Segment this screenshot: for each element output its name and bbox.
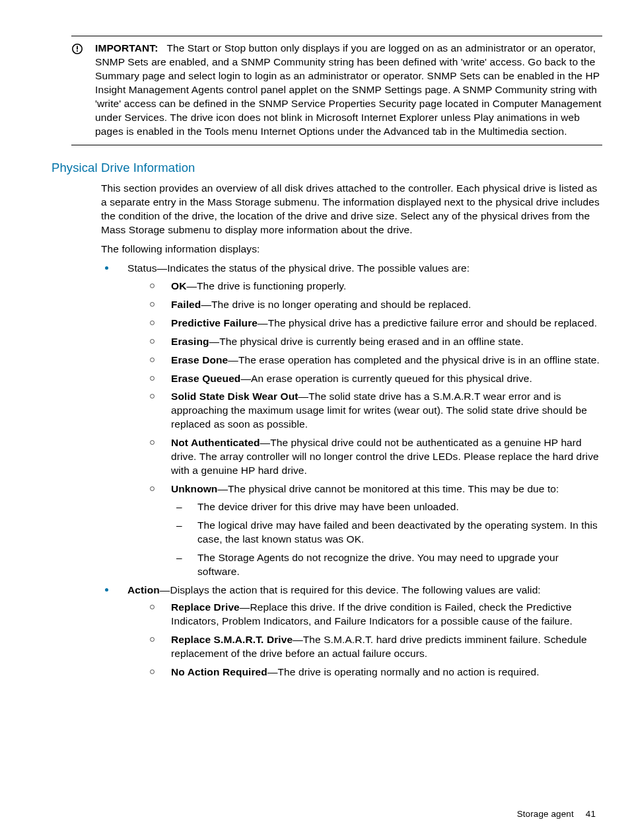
label: Erase Queued [171,373,240,384]
label: Solid State Disk Wear Out [171,391,298,402]
label: Not Authenticated [171,437,260,448]
svg-rect-2 [77,50,78,52]
status-erase-done: Erase Done—The erase operation has compl… [145,354,602,367]
info-list: Status—Indicates the status of the physi… [101,262,602,679]
text: —The physical drive is currently being e… [209,336,524,347]
label: Unknown [171,483,217,494]
important-callout: IMPORTANT: The Start or Stop button only… [71,36,602,145]
status-values: OK—The drive is functioning properly. Fa… [145,280,602,579]
status-failed: Failed—The drive is no longer operating … [145,298,602,312]
text: —An erase operation is currently queued … [240,373,532,384]
important-body: The Start or Stop button only displays i… [95,42,602,137]
status-ok: OK—The drive is functioning properly. [145,280,602,293]
label: Erase Done [171,354,228,365]
status-ssd-wear: Solid State Disk Wear Out—The solid stat… [145,390,602,432]
important-icon [71,43,83,138]
status-predictive: Predictive Failure—The physical drive ha… [145,317,602,330]
action-none: No Action Required—The drive is operatin… [145,666,602,679]
footer-section: Storage agent [517,809,574,819]
action-values: Replace Drive—Replace this drive. If the… [145,601,602,679]
label: OK [171,280,186,291]
label: Predictive Failure [171,317,258,328]
text: —The drive is functioning properly. [186,280,346,291]
text: —The drive is no longer operating and sh… [201,299,471,310]
text: —The erase operation has completed and t… [228,354,600,365]
status-intro: Status—Indicates the status of the physi… [127,262,470,274]
status-not-auth: Not Authenticated—The physical drive cou… [145,436,602,478]
label: Replace S.M.A.R.T. Drive [171,634,293,645]
action-replace: Replace Drive—Replace this drive. If the… [145,601,602,629]
label: Erasing [171,336,209,347]
page: IMPORTANT: The Start or Stop button only… [0,0,630,840]
section-body: This section provides an overview of all… [101,182,602,679]
text: —The physical drive cannot be monitored … [217,483,559,494]
status-erase-queued: Erase Queued—An erase operation is curre… [145,372,602,386]
status-item: Status—Indicates the status of the physi… [101,262,602,579]
action-smart: Replace S.M.A.R.T. Drive—The S.M.A.R.T. … [145,633,602,661]
page-footer: Storage agent41 [517,808,596,820]
unknown-reasons: The device driver for this drive may hav… [171,500,602,579]
footer-page-number: 41 [586,809,596,819]
label: Replace Drive [171,601,240,613]
action-label: Action [127,584,160,595]
section-lead: The following information displays: [101,243,602,256]
status-unknown: Unknown—The physical drive cannot be mon… [145,482,602,579]
important-label: IMPORTANT: [95,42,158,54]
section-intro: This section provides an overview of all… [101,182,602,237]
label: No Action Required [171,666,267,677]
svg-rect-1 [77,46,78,50]
unknown-reason-driver: The device driver for this drive may hav… [171,500,602,514]
text: —The physical drive has a predictive fai… [258,317,597,328]
action-item: Action—Displays the action that is requi… [101,584,602,680]
section-heading: Physical Drive Information [52,160,602,176]
label: Failed [171,299,201,310]
important-text: IMPORTANT: The Start or Stop button only… [95,42,602,138]
text: —The drive is operating normally and no … [267,666,540,677]
action-intro: —Displays the action that is required fo… [160,584,541,595]
unknown-reason-logical: The logical drive may have failed and be… [171,519,602,547]
unknown-reason-agents: The Storage Agents do not recognize the … [171,551,602,579]
status-erasing: Erasing—The physical drive is currently … [145,335,602,349]
